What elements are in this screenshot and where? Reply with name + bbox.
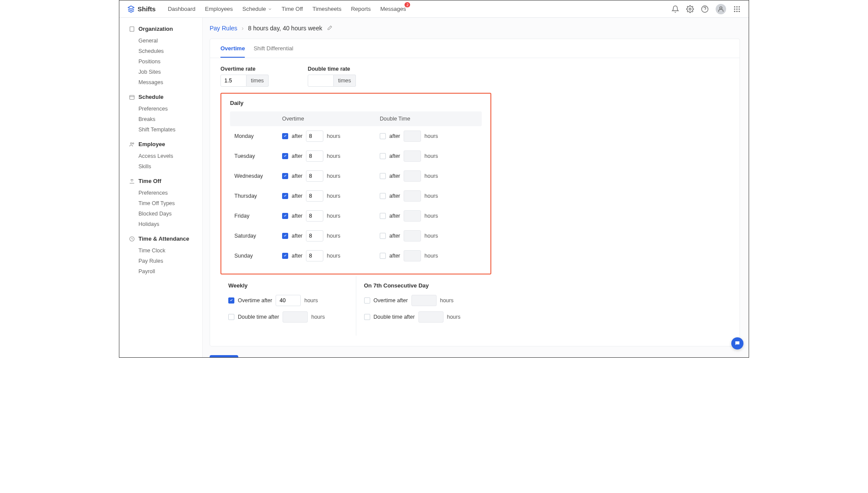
ot-hours-input[interactable] (306, 170, 323, 182)
dt-check[interactable] (380, 193, 386, 199)
tab-shift-differential[interactable]: Shift Differential (253, 45, 293, 58)
pay-rule-card: Overtime Shift Differential Overtime rat… (210, 39, 740, 346)
svg-point-10 (734, 10, 735, 12)
sidebar-item-jobsites[interactable]: Job Sites (129, 67, 202, 77)
after-label: after (292, 173, 302, 179)
sidebar-item-breaks[interactable]: Breaks (129, 114, 202, 124)
weekly-ot-check[interactable] (228, 297, 234, 304)
sidebar-item-pay-rules[interactable]: Pay Rules (129, 256, 202, 266)
sidebar-section-attendance[interactable]: Time & Attendance (129, 235, 202, 242)
sidebar-item-schedules[interactable]: Schedules (129, 46, 202, 56)
svg-point-6 (739, 6, 740, 7)
sidebar-item-messages[interactable]: Messages (129, 77, 202, 88)
sidebar-item-holidays[interactable]: Holidays (129, 219, 202, 229)
save-button[interactable]: Save (210, 355, 238, 357)
nav-timeoff[interactable]: Time Off (282, 6, 303, 12)
breadcrumb: Pay Rules › 8 hours day, 40 hours week (210, 25, 740, 32)
nav-employees[interactable]: Employees (205, 6, 233, 12)
sidebar-item-preferences[interactable]: Preferences (129, 104, 202, 114)
day-name: Friday (234, 213, 282, 219)
sidebar-section-schedule[interactable]: Schedule (129, 94, 202, 100)
ot-check[interactable] (282, 253, 288, 259)
dt-check[interactable] (380, 173, 386, 179)
sidebar-item-to-types[interactable]: Time Off Types (129, 198, 202, 209)
dt-hours-input[interactable] (404, 190, 421, 202)
ot-check[interactable] (282, 133, 288, 139)
nav-messages[interactable]: Messages 2 (380, 6, 406, 12)
hours-unit: hours (327, 213, 340, 219)
sidebar-section-timeoff[interactable]: Time Off (129, 178, 202, 184)
ot-check[interactable] (282, 153, 288, 159)
nav-reports[interactable]: Reports (351, 6, 371, 12)
sidebar-item-skills[interactable]: Skills (129, 161, 202, 172)
sidebar-item-access-levels[interactable]: Access Levels (129, 151, 202, 161)
dt-check[interactable] (380, 253, 386, 259)
sidebar-item-time-clock[interactable]: Time Clock (129, 245, 202, 256)
ot-check[interactable] (282, 213, 288, 219)
ot-check[interactable] (282, 233, 288, 239)
weekly-section: Weekly Overtime after hours Double time … (220, 276, 356, 336)
ot-hours-input[interactable] (306, 131, 323, 142)
dt-check[interactable] (380, 133, 386, 139)
day-name: Thursday (234, 193, 282, 199)
weekly-dt-check[interactable] (228, 314, 234, 320)
dt-check[interactable] (380, 213, 386, 219)
sidebar-item-general[interactable]: General (129, 36, 202, 46)
dt-check[interactable] (380, 233, 386, 239)
daily-row: Tuesdayafterhoursafterhours (230, 146, 482, 166)
brand[interactable]: Shifts (127, 5, 156, 13)
seventh-dt-input[interactable] (418, 311, 444, 323)
sidebar-item-to-preferences[interactable]: Preferences (129, 188, 202, 198)
hours-unit: hours (424, 193, 438, 199)
weekly-ot-label: Overtime after (238, 297, 272, 304)
tab-overtime[interactable]: Overtime (220, 45, 245, 58)
bell-icon[interactable] (671, 5, 679, 13)
dt-hours-input[interactable] (404, 131, 421, 142)
seventh-ot-check[interactable] (364, 297, 370, 304)
gear-icon[interactable] (686, 5, 694, 13)
messages-badge: 2 (404, 2, 410, 7)
hours-unit: hours (424, 233, 438, 239)
hours-unit: hours (424, 173, 438, 179)
ot-hours-input[interactable] (306, 210, 323, 222)
sidebar-item-positions[interactable]: Positions (129, 56, 202, 67)
breadcrumb-root[interactable]: Pay Rules (210, 25, 237, 32)
seventh-dt-check[interactable] (364, 314, 370, 320)
ot-hours-input[interactable] (306, 150, 323, 162)
daily-row: Saturdayafterhoursafterhours (230, 226, 482, 246)
sidebar-item-payroll[interactable]: Payroll (129, 266, 202, 277)
overtime-rate-input[interactable] (220, 75, 247, 87)
sidebar-item-shift-templates[interactable]: Shift Templates (129, 124, 202, 135)
sidebar-item-blocked-days[interactable]: Blocked Days (129, 209, 202, 219)
edit-icon[interactable] (326, 25, 332, 31)
sidebar-section-organization[interactable]: Organization (129, 26, 202, 32)
ot-check[interactable] (282, 193, 288, 199)
ot-hours-input[interactable] (306, 230, 323, 242)
weekly-ot-input[interactable] (276, 295, 301, 306)
nav-schedule[interactable]: Schedule (243, 6, 272, 12)
daily-row: Sundayafterhoursafterhours (230, 246, 482, 266)
seventh-ot-input[interactable] (411, 295, 437, 306)
apps-grid-icon[interactable] (733, 5, 741, 13)
ot-hours-input[interactable] (306, 250, 323, 261)
nav-dashboard[interactable]: Dashboard (168, 6, 196, 12)
dt-hours-input[interactable] (404, 150, 421, 162)
avatar[interactable] (716, 4, 726, 14)
dt-hours-input[interactable] (404, 250, 421, 261)
sidebar-section-employee[interactable]: Employee (129, 141, 202, 147)
double-rate-group: Double time rate times (308, 66, 356, 87)
dt-hours-input[interactable] (404, 210, 421, 222)
chat-fab[interactable] (731, 337, 743, 349)
ot-check[interactable] (282, 173, 288, 179)
dt-hours-input[interactable] (404, 230, 421, 242)
weekly-dt-input[interactable] (283, 311, 308, 323)
ot-hours-input[interactable] (306, 190, 323, 202)
day-name: Sunday (234, 253, 282, 259)
after-label: after (389, 133, 400, 139)
dt-check[interactable] (380, 153, 386, 159)
nav-timesheets[interactable]: Timesheets (312, 6, 342, 12)
double-rate-input[interactable] (308, 75, 334, 87)
help-icon[interactable] (701, 5, 709, 13)
svg-point-7 (734, 8, 735, 10)
dt-hours-input[interactable] (404, 170, 421, 182)
